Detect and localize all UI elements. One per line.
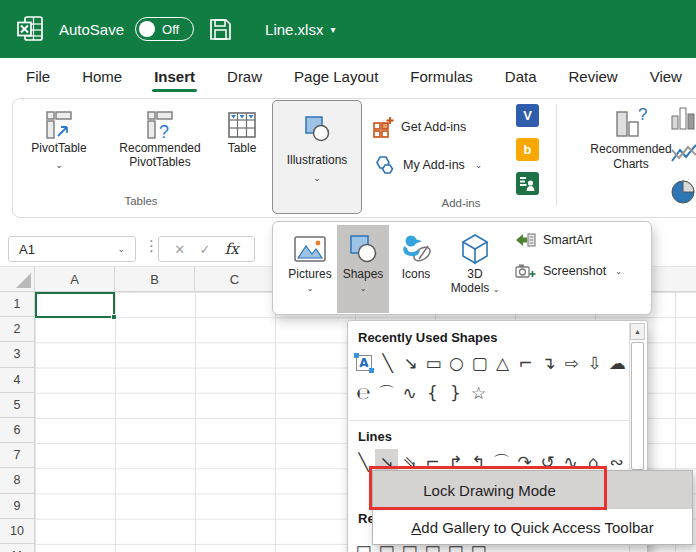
row-header[interactable]: 4 xyxy=(0,368,34,393)
shape-rectangle[interactable]: ▭ xyxy=(422,350,445,376)
tab-home[interactable]: Home xyxy=(66,58,138,96)
pivottable-button[interactable]: PivotTable ⌄ xyxy=(14,100,104,172)
shape-oval[interactable]: ○ xyxy=(445,350,468,376)
tab-formulas[interactable]: Formulas xyxy=(394,58,489,96)
tab-draw[interactable]: Draw xyxy=(211,58,278,96)
row-header[interactable]: 2 xyxy=(0,317,34,342)
select-all-button[interactable] xyxy=(0,266,35,292)
pictures-button[interactable]: Pictures ⌄ xyxy=(285,225,335,313)
shape-rounded-rectangle[interactable]: ▢ xyxy=(468,350,491,376)
pivottable-label: PivotTable xyxy=(31,141,86,155)
3d-models-icon xyxy=(459,232,491,266)
lines-heading: Lines xyxy=(358,429,392,444)
my-addins-button[interactable]: My Add-ins ⌄ xyxy=(372,154,482,176)
scrollbar-thumb[interactable] xyxy=(631,342,644,470)
column-header[interactable]: C xyxy=(195,267,275,291)
smartart-button[interactable]: SmartArt xyxy=(515,228,649,252)
row-header[interactable]: 7 xyxy=(0,443,34,468)
bing-addin-icon[interactable]: b xyxy=(516,138,539,161)
insert-column-chart-icon[interactable] xyxy=(670,104,696,132)
add-gallery-to-qat-item[interactable]: Add Gallery to Quick Access Toolbar xyxy=(373,509,692,546)
screenshot-label: Screenshot xyxy=(543,264,606,278)
column-header[interactable]: A xyxy=(35,267,115,291)
row-header[interactable]: 10 xyxy=(0,519,34,544)
name-box-value: A1 xyxy=(19,242,35,257)
visio-addin-icon[interactable]: V xyxy=(516,104,539,127)
tab-file[interactable]: File xyxy=(10,58,66,96)
shape-line[interactable]: ╲ xyxy=(376,350,399,376)
insert-pie-chart-icon[interactable] xyxy=(670,178,696,206)
tab-view[interactable]: View xyxy=(634,58,696,96)
chevron-down-icon: ⌄ xyxy=(307,284,314,293)
addins-group-label: Add-ins xyxy=(366,197,556,209)
shape-elbow-connector[interactable]: ⌐ xyxy=(514,350,537,376)
shape-arc[interactable]: ⌒ xyxy=(375,380,398,406)
scroll-up-icon[interactable]: ▲ xyxy=(630,323,645,340)
save-icon[interactable] xyxy=(208,17,233,42)
shape-star[interactable]: ☆ xyxy=(467,380,490,406)
shape-arrow-right[interactable]: ⇨ xyxy=(560,350,583,376)
tab-page-layout[interactable]: Page Layout xyxy=(278,58,394,96)
screenshot-button[interactable]: Screenshot ⌄ xyxy=(515,259,649,283)
row-header[interactable]: 6 xyxy=(0,418,34,443)
recommended-charts-icon: ? xyxy=(613,106,649,142)
tab-data[interactable]: Data xyxy=(489,58,553,96)
illustrations-button[interactable]: Illustrations ⌄ xyxy=(272,100,362,214)
get-addins-button[interactable]: Get Add-ins xyxy=(372,116,466,138)
name-box[interactable]: A1 ⌄ xyxy=(8,236,136,262)
tab-review[interactable]: Review xyxy=(553,58,634,96)
chevron-down-icon: ⌄ xyxy=(117,244,125,254)
chevron-down-icon: ⌄ xyxy=(313,173,321,183)
tab-insert[interactable]: Insert xyxy=(138,58,211,96)
recommended-charts-label-1: Recommended xyxy=(590,142,671,157)
recommended-charts-button[interactable]: ? Recommended Charts xyxy=(584,106,678,172)
excel-window: AutoSave Off Line.xlsx ▾ FileHomeInsertD… xyxy=(0,0,696,552)
get-addins-label: Get Add-ins xyxy=(401,120,466,134)
icons-button[interactable]: Icons xyxy=(393,225,439,313)
shape-right-brace[interactable]: } xyxy=(444,380,467,406)
recently-used-shapes-heading: Recently Used Shapes xyxy=(358,330,497,345)
row-header[interactable]: 3 xyxy=(0,342,34,367)
people-graph-addin-icon[interactable] xyxy=(516,172,539,195)
illustrations-icon xyxy=(302,114,332,144)
shape-cloud[interactable]: ☁ xyxy=(606,350,629,376)
shape-left-brace[interactable]: { xyxy=(421,380,444,406)
my-addins-icon xyxy=(372,154,396,176)
annotation-highlight-box xyxy=(369,466,607,510)
insert-function-icon[interactable]: fx xyxy=(225,240,239,258)
filename-caret-icon[interactable]: ▾ xyxy=(330,24,335,35)
recommended-charts-label-2: Charts xyxy=(613,157,648,172)
more-options-icon[interactable]: ⋮ xyxy=(144,237,159,255)
recommended-pivottables-button[interactable]: ? Recommended PivotTables xyxy=(104,100,216,172)
recommended-pivottables-label: Recommended PivotTables xyxy=(104,141,216,169)
shape-text-box[interactable]: A xyxy=(356,355,372,371)
svg-text:?: ? xyxy=(638,106,647,124)
enter-icon[interactable]: ✓ xyxy=(199,242,210,257)
shape-scribble[interactable]: ℮ xyxy=(352,380,375,406)
shape-curve[interactable]: ∿ xyxy=(398,380,421,406)
shapes-button[interactable]: Shapes ⌄ xyxy=(337,225,389,313)
shape-elbow-arrow-connector[interactable]: ↴ xyxy=(537,350,560,376)
selected-cell-a1[interactable] xyxy=(35,292,115,318)
3d-models-button[interactable]: 3D Models ⌄ xyxy=(443,225,507,313)
autosave-toggle[interactable]: Off xyxy=(135,17,194,41)
shape-triangle[interactable]: △ xyxy=(491,350,514,376)
pivottable-icon xyxy=(44,109,74,141)
row-header[interactable]: 1 xyxy=(0,292,34,317)
shapes-label: Shapes xyxy=(343,267,384,281)
insert-scatter-chart-icon[interactable] xyxy=(670,141,696,169)
document-title[interactable]: Line.xlsx xyxy=(265,21,323,38)
smartart-icon xyxy=(515,231,536,249)
chevron-down-icon: ⌄ xyxy=(615,267,622,276)
row-header[interactable]: 5 xyxy=(0,393,34,418)
shape-line-arrow[interactable]: ↘ xyxy=(399,350,422,376)
row-header[interactable]: 9 xyxy=(0,494,34,519)
shape-arrow-down[interactable]: ⇩ xyxy=(583,350,606,376)
toggle-knob xyxy=(139,21,155,37)
table-button[interactable]: Table xyxy=(216,100,268,172)
fill-handle[interactable] xyxy=(111,314,117,320)
cancel-icon[interactable]: ✕ xyxy=(174,242,185,257)
column-header[interactable]: B xyxy=(115,267,195,291)
row-header[interactable]: 11 xyxy=(0,544,34,552)
row-header[interactable]: 8 xyxy=(0,468,34,493)
